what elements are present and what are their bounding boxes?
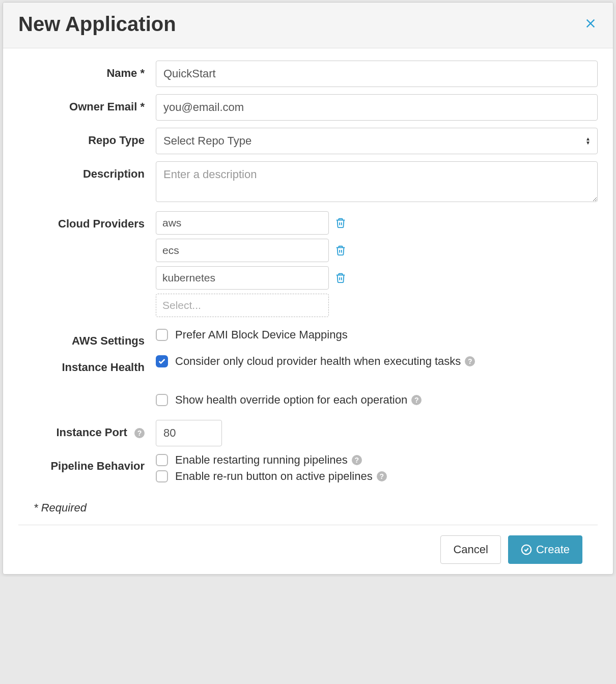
enable-rerun-checkbox[interactable]: [156, 470, 168, 482]
name-label: Name *: [18, 61, 156, 80]
provider-row: [156, 266, 598, 290]
consider-cloud-label: Consider only cloud provider health when…: [175, 355, 461, 368]
provider-row: [156, 211, 598, 235]
close-icon: [583, 16, 598, 31]
aws-settings-label: AWS Settings: [18, 328, 156, 348]
modal-header: New Application: [3, 3, 613, 48]
modal-footer: Cancel Create: [18, 525, 598, 574]
provider-input-kubernetes[interactable]: [156, 266, 329, 290]
check-circle-icon: [521, 544, 532, 555]
help-icon[interactable]: ?: [465, 356, 475, 366]
enable-rerun-label: Enable re-run button on active pipelines: [175, 470, 373, 483]
enable-restart-checkbox[interactable]: [156, 454, 168, 466]
trash-icon[interactable]: [335, 272, 346, 283]
instance-port-input[interactable]: [156, 420, 222, 446]
provider-input-ecs[interactable]: [156, 239, 329, 262]
prefer-ami-checkbox[interactable]: [156, 329, 168, 341]
help-icon[interactable]: ?: [377, 471, 387, 481]
close-button[interactable]: [583, 15, 598, 34]
modal-title: New Application: [18, 13, 176, 36]
repo-type-label: Repo Type: [18, 128, 156, 147]
instance-port-label: Instance Port ?: [18, 420, 156, 439]
help-icon[interactable]: ?: [411, 395, 422, 405]
prefer-ami-label: Prefer AMI Block Device Mappings: [175, 328, 348, 341]
repo-type-select[interactable]: Select Repo Type: [156, 128, 598, 154]
name-input[interactable]: [156, 61, 598, 87]
description-textarea[interactable]: [156, 161, 598, 202]
provider-select[interactable]: Select...: [156, 294, 329, 317]
description-label: Description: [18, 161, 156, 181]
instance-health-label: Instance Health: [18, 355, 156, 374]
trash-icon[interactable]: [335, 217, 346, 229]
create-button[interactable]: Create: [508, 535, 582, 564]
provider-input-aws[interactable]: [156, 211, 329, 235]
cancel-button[interactable]: Cancel: [440, 535, 500, 564]
new-application-modal: New Application Name * Owner Email * Rep…: [3, 2, 613, 575]
provider-row: [156, 239, 598, 262]
owner-email-input[interactable]: [156, 94, 598, 121]
help-icon[interactable]: ?: [352, 455, 362, 465]
owner-email-label: Owner Email *: [18, 94, 156, 113]
show-override-checkbox[interactable]: [156, 394, 168, 406]
help-icon[interactable]: ?: [134, 428, 145, 438]
consider-cloud-checkbox[interactable]: [156, 355, 168, 367]
provider-select-row: Select...: [156, 294, 598, 317]
cloud-providers-label: Cloud Providers: [18, 211, 156, 231]
pipeline-behavior-label: Pipeline Behavior: [18, 453, 156, 473]
trash-icon[interactable]: [335, 245, 346, 256]
required-note: * Required: [34, 501, 598, 515]
modal-body: Name * Owner Email * Repo Type Select Re…: [3, 48, 613, 515]
show-override-label: Show health override option for each ope…: [175, 393, 407, 407]
enable-restart-label: Enable restarting running pipelines: [175, 453, 348, 467]
